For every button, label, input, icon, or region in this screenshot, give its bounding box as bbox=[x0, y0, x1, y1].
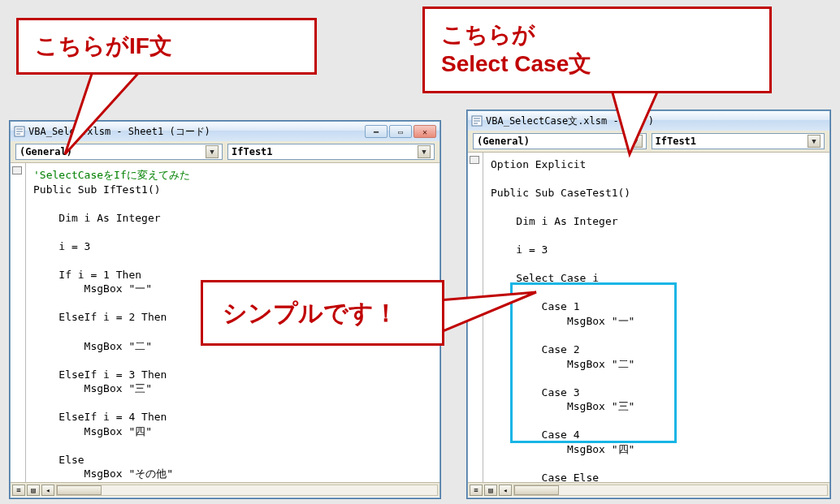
svg-marker-6 bbox=[439, 292, 536, 333]
hscroll-right[interactable]: ≡ ▤ ◂ bbox=[468, 482, 829, 497]
callout-left-text: こちらがIF文 bbox=[35, 33, 172, 58]
view-full-icon[interactable]: ≡ bbox=[12, 485, 25, 496]
callout-left-tail bbox=[45, 69, 150, 158]
scrollbar-track[interactable] bbox=[513, 485, 828, 496]
callout-right-line1: こちらが bbox=[441, 22, 535, 47]
callout-left-if: こちらがIF文 bbox=[16, 18, 317, 75]
scroll-left-button[interactable]: ◂ bbox=[41, 485, 54, 496]
minimize-button[interactable]: ━ bbox=[365, 125, 388, 138]
scrollbar-thumb[interactable] bbox=[57, 485, 102, 495]
chevron-down-icon[interactable]: ▼ bbox=[206, 145, 219, 158]
callout-right-line2: Select Case文 bbox=[441, 51, 591, 76]
code-comment: 'SelectCaseをIfに変えてみた bbox=[33, 169, 190, 181]
scrollbar-track[interactable] bbox=[56, 485, 438, 496]
file-icon bbox=[14, 126, 25, 137]
scroll-left-button[interactable]: ◂ bbox=[499, 485, 512, 496]
view-proc-icon[interactable]: ▤ bbox=[27, 485, 40, 496]
procedure-dropdown-value: IfTest1 bbox=[232, 146, 273, 157]
view-procedure-icon[interactable] bbox=[12, 166, 22, 174]
callout-center-text: シンプルです！ bbox=[223, 299, 398, 326]
view-proc-icon[interactable]: ▤ bbox=[484, 485, 497, 496]
close-button[interactable]: ✕ bbox=[414, 125, 436, 138]
scrollbar-thumb[interactable] bbox=[514, 485, 559, 495]
code-body: Public Sub IfTest1() Dim i As Integer i … bbox=[33, 183, 173, 482]
callout-right-select: こちらが Select Case文 bbox=[422, 6, 772, 93]
hscroll-left[interactable]: ≡ ▤ ◂ bbox=[11, 482, 439, 497]
chevron-down-icon[interactable]: ▼ bbox=[418, 145, 431, 158]
file-icon bbox=[471, 115, 483, 127]
view-procedure-icon[interactable] bbox=[470, 156, 479, 164]
svg-marker-2 bbox=[65, 69, 142, 154]
chevron-down-icon[interactable]: ▼ bbox=[808, 135, 821, 148]
callout-center-simple: シンプルです！ bbox=[201, 280, 444, 346]
maximize-button[interactable]: ▭ bbox=[389, 125, 412, 138]
view-full-icon[interactable]: ≡ bbox=[470, 485, 483, 496]
procedure-dropdown[interactable]: IfTest1 ▼ bbox=[227, 144, 435, 160]
object-dropdown-value: (General) bbox=[477, 136, 530, 147]
callout-center-tail bbox=[439, 284, 544, 349]
